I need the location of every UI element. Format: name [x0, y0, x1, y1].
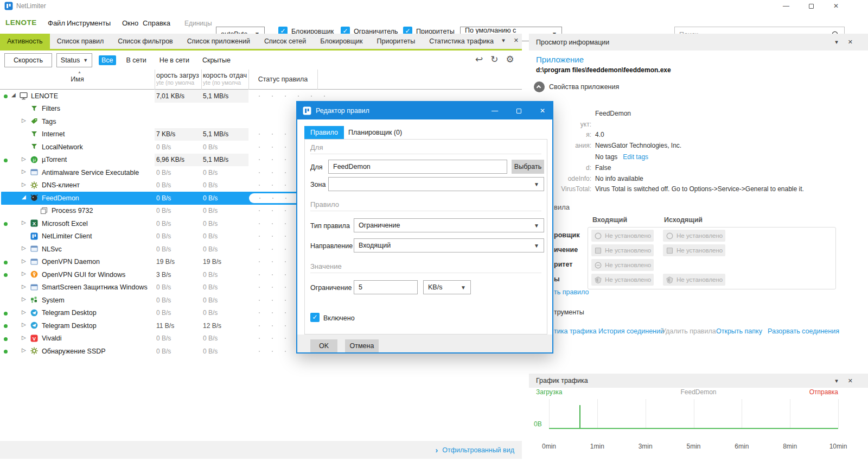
cancel-button[interactable]: Отмена	[345, 339, 379, 352]
rule-status-cell[interactable]: Не установлено	[591, 274, 654, 286]
choose-button[interactable]: Выбрать	[512, 160, 544, 174]
filtered-view-link[interactable]: Отфильтрованный вид	[442, 446, 514, 454]
expand-arrow-icon[interactable]: ▷	[22, 156, 26, 162]
funnel-icon	[30, 130, 39, 138]
rule-status-cell[interactable]: Не установлено	[663, 274, 725, 286]
tool-link-2[interactable]: История соединений	[598, 327, 664, 335]
dialog-maximize-icon[interactable]	[509, 102, 528, 119]
collapse-arrow-icon[interactable]: ◢	[11, 92, 16, 98]
tab-статистика-трафика[interactable]: Статистика трафика	[422, 34, 501, 49]
expand-arrow-icon[interactable]: ▷	[22, 296, 26, 302]
rule-status-cell[interactable]: Не установлено	[591, 244, 654, 256]
ok-button[interactable]: OK	[310, 339, 337, 352]
tab-список-правил[interactable]: Список правил	[50, 34, 111, 49]
maximize-icon[interactable]	[802, 0, 820, 12]
upload-rate: 0 B/s	[203, 283, 248, 291]
zone-dropdown[interactable]: ▼	[328, 177, 544, 191]
online-status-dot	[4, 94, 8, 98]
tool-link-4[interactable]: Открыть папку	[716, 327, 762, 335]
expand-arrow-icon[interactable]: ▷	[22, 270, 26, 276]
filter-в-сети[interactable]: В сети	[124, 55, 149, 65]
property-value: 4.0	[595, 131, 604, 138]
chart-close-icon[interactable]: ✕	[848, 377, 853, 384]
chart-dropdown-icon[interactable]: ▾	[835, 377, 838, 384]
list-item-lenote[interactable]: ◢LENOTE7,01 KB/s5,1 MB/s	[0, 90, 522, 103]
expand-arrow-icon[interactable]: ▷	[22, 347, 26, 353]
speed-button[interactable]: Скорость	[4, 53, 52, 67]
column-upload-rate[interactable]: корость отдач yte (по умолча	[203, 72, 249, 86]
tab-приоритеты[interactable]: Приоритеты	[370, 34, 423, 49]
column-download-rate[interactable]: орость загруз yte (по умолча	[156, 72, 202, 86]
menu-help[interactable]: Справка	[143, 19, 170, 27]
process-icon	[40, 207, 48, 215]
dialog-close-icon[interactable]: ✕	[533, 102, 552, 119]
tab-блокировщик[interactable]: Блокировщик	[313, 34, 369, 49]
refresh-icon[interactable]: ↻	[490, 54, 498, 65]
rule-status-cell[interactable]: Не установлено	[591, 230, 654, 242]
expand-arrow-icon[interactable]: ▷	[22, 335, 26, 340]
tab-список-сетей[interactable]: Список сетей	[257, 34, 313, 49]
tabbar-close-icon[interactable]: ✕	[514, 37, 519, 44]
tab-scheduler[interactable]: Планировщик (0)	[342, 126, 408, 139]
upload-rate: 0 B/s	[203, 194, 248, 202]
expand-arrow-icon[interactable]: ▷	[22, 309, 26, 315]
menu-window[interactable]: Окно	[122, 19, 138, 27]
tool-link-1[interactable]: тика трафика	[554, 327, 596, 335]
add-rule-link-fragment[interactable]: ть правило	[554, 288, 589, 296]
tool-link-5[interactable]: Разорвать соединения	[768, 327, 839, 335]
filter-скрытые[interactable]: Скрытые	[200, 55, 233, 65]
tab-rule[interactable]: Правило	[304, 126, 344, 139]
collapse-section-icon[interactable]	[534, 81, 545, 92]
expand-arrow-icon[interactable]: ▷	[22, 168, 26, 174]
filter-все[interactable]: Все	[99, 55, 116, 65]
menu-file[interactable]: Файл	[48, 19, 65, 27]
rule-type-dropdown[interactable]: Ограничение▼	[354, 218, 544, 232]
expand-arrow-icon[interactable]: ▷	[22, 219, 26, 225]
upload-rate: 0 B/s	[203, 296, 248, 304]
expand-arrow-icon[interactable]: ▷	[22, 321, 26, 327]
zero-baseline	[549, 428, 838, 429]
for-input[interactable]: FeedDemon	[328, 160, 507, 174]
collapse-arrow-icon[interactable]: ◢	[22, 194, 26, 200]
expand-arrow-icon[interactable]: ▷	[22, 245, 26, 251]
info-close-icon[interactable]: ✕	[848, 39, 853, 46]
edit-tags-link[interactable]: Edit tags	[623, 153, 648, 161]
tab-активность[interactable]: Активность	[0, 34, 50, 49]
column-rule-status[interactable]: Статус правила	[248, 75, 317, 83]
column-name[interactable]: Имя	[0, 75, 155, 83]
minimize-icon[interactable]: —	[777, 0, 795, 12]
svg-text:X: X	[33, 220, 36, 226]
filter-не-в-сети[interactable]: Не в сети	[157, 55, 192, 65]
direction-dropdown[interactable]: Входящий▼	[354, 238, 544, 253]
undo-icon[interactable]: ↩	[475, 54, 483, 65]
status-dropdown[interactable]: Status▼	[56, 53, 92, 67]
expand-arrow-icon[interactable]: ▷	[22, 117, 26, 123]
circle-icon	[595, 232, 602, 239]
square-icon	[666, 247, 673, 254]
download-spike	[579, 405, 580, 428]
expand-arrow-icon[interactable]: ▷	[22, 258, 26, 264]
limit-input[interactable]: 5	[354, 280, 418, 294]
expand-arrow-icon[interactable]: ▷	[22, 181, 26, 187]
rule-status-cell[interactable]: Не установлено	[663, 244, 725, 256]
filter-chips: ВсеВ сетиНе в сетиСкрытые	[99, 54, 233, 66]
enabled-checkbox[interactable]: ✓	[310, 313, 320, 322]
menu-tools[interactable]: Инструменты	[67, 19, 111, 27]
close-icon[interactable]: ✕	[827, 0, 845, 12]
dialog-minimize-icon[interactable]: —	[485, 102, 505, 119]
dialog-titlebar[interactable]: Редактор правил — ✕	[297, 102, 552, 119]
online-status-dot	[4, 222, 8, 226]
menu-brand[interactable]: LENOTE	[5, 18, 37, 27]
traffic-chart-title: График трафика	[536, 377, 588, 384]
expand-arrow-icon[interactable]: ▷	[22, 283, 26, 289]
unit-dropdown[interactable]: KB/s▼	[423, 280, 471, 294]
tab-список-приложений[interactable]: Список приложений	[180, 34, 257, 49]
tabbar-dropdown-icon[interactable]: ▾	[502, 37, 505, 44]
process-name: LocalNetwork	[42, 143, 83, 151]
gear-icon[interactable]: ⚙	[506, 54, 514, 65]
online-status-dot	[4, 261, 8, 264]
tab-список-фильтров[interactable]: Список фильтров	[111, 34, 180, 49]
info-dropdown-icon[interactable]: ▾	[835, 39, 838, 46]
rule-status-cell[interactable]: Не установлено	[663, 230, 725, 242]
rule-status-cell[interactable]: Не установлено	[591, 259, 654, 271]
